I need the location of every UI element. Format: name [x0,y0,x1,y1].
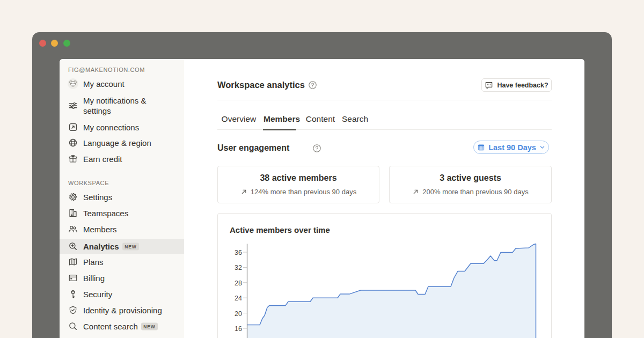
svg-text:28: 28 [235,279,242,286]
svg-text:36: 36 [235,248,242,256]
svg-text:32: 32 [235,264,242,271]
svg-text:24: 24 [235,295,242,302]
svg-text:20: 20 [235,310,242,317]
svg-text:16: 16 [235,325,242,333]
